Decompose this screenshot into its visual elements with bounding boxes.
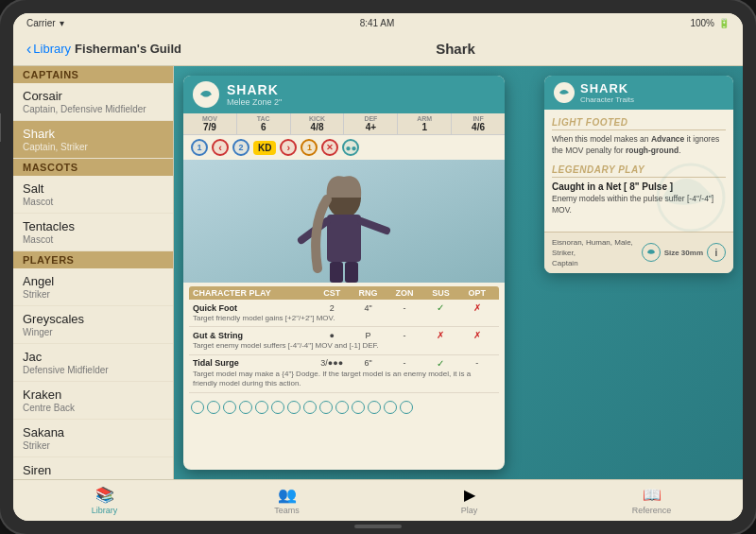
tab-library[interactable]: 📚 Library [13,484,196,517]
col-character-play: Character Play [193,288,314,298]
traits-header-subtitle: Character Traits [580,95,634,104]
hp-dot-4[interactable] [239,401,252,414]
teams-icon: 👥 [278,486,297,504]
play-zon-tidal-surge: - [387,358,422,368]
hp-dot-11[interactable] [352,401,365,414]
nav-title: Shark [181,41,730,57]
wifi-icon: ▾ [60,18,64,28]
hp-dot-1[interactable] [191,401,204,414]
jac-sub: Defensive Midfielder [23,365,163,375]
battery-label: 100% [690,18,714,28]
hp-dot-14[interactable] [400,401,413,414]
play-rng-gut-string: P [350,331,386,340]
volume-button[interactable] [0,113,1,142]
reference-icon: 📖 [643,486,662,504]
play-sus-quick-foot: ✓ [422,302,458,313]
sidebar-item-corsair[interactable]: Corsair Captain, Defensive Midfielder [13,83,173,121]
tab-play[interactable]: ▶ Play [378,484,560,517]
character-illustration [183,160,505,283]
sidebar-item-shark[interactable]: Shark Captain, Striker [13,121,173,159]
play-header: Character Play CST RNG ZON SUS OPT [189,286,499,300]
play-cost-tidal-surge: 3/●●● [314,358,350,368]
hp-dot-5[interactable] [255,401,268,414]
tab-teams[interactable]: 👥 Teams [196,484,378,517]
battery-icon: 🔋 [718,18,730,28]
play-name-tidal-surge: Tidal Surge [193,358,314,368]
sidebar-item-tentacles[interactable]: Tentacles Mascot [13,214,173,251]
salt-sub: Mascot [23,197,163,207]
shark-name: Shark [23,127,163,141]
sidebar-item-greyscales[interactable]: Greyscales Winger [13,306,173,344]
play-zon-quick-foot: - [387,303,422,313]
sidebar-item-siren[interactable]: Siren Winger [13,457,173,479]
sidebar-item-jac[interactable]: Jac Defensive Midfielder [13,344,173,382]
hp-dot-13[interactable] [384,401,397,414]
chevron-left-icon: ‹ [26,41,31,58]
hp-dot-12[interactable] [368,401,381,414]
play-row-gut-string: Gut & String ● P - ✗ ✗ Target enemy mode… [189,327,499,354]
play-rng-tidal-surge: 6" [350,358,386,368]
counter-x[interactable]: ✕ [321,139,338,156]
hp-dot-10[interactable] [335,401,349,414]
tab-teams-label: Teams [274,506,300,515]
back-library-label[interactable]: Library [33,42,71,56]
nav-bar: ‹ Library Fisherman's Guild Shark [13,32,743,66]
tab-reference-label: Reference [632,506,672,515]
counter-teal[interactable]: ●● [342,139,359,156]
hp-dot-2[interactable] [207,401,220,414]
play-row-quick-foot: Quick Foot 2 4" - ✓ ✗ Target friendly mo… [189,300,499,327]
play-opt-tidal-surge: - [459,358,495,368]
play-cost-gut-string: ● [314,331,350,340]
status-left: Carrier ▾ [26,18,64,28]
main-content: Captains Corsair Captain, Defensive Midf… [13,66,743,479]
tentacles-name: Tentacles [23,219,163,233]
sidebar-item-kraken[interactable]: Kraken Centre Back [13,382,173,420]
play-desc-tidal-surge: Target model may make a {4"} Dodge. If t… [193,370,495,389]
card-header: Shark Melee Zone 2" [183,76,505,113]
counter-right-arrow[interactable]: › [280,139,297,156]
sidebar-header-captains: Captains [13,66,173,83]
play-sus-tidal-surge: ✓ [422,358,458,369]
greyscales-sub: Winger [23,327,163,337]
watermark-icon [653,160,729,235]
play-cost-quick-foot: 2 [314,303,350,313]
card-play-section: Character Play CST RNG ZON SUS OPT Quick… [183,283,505,397]
svg-rect-6 [330,262,343,283]
col-sus: SUS [422,288,458,298]
svg-rect-3 [327,215,361,262]
trait-desc-light-footed: When this model makes an Advance it igno… [552,134,726,157]
stat-def: DEF 4+ [344,113,398,134]
tab-reference[interactable]: 📖 Reference [560,484,743,517]
trait-section-light-footed: Light Footed [552,117,726,130]
jac-name: Jac [23,350,163,364]
hp-dot-9[interactable] [319,401,333,414]
counter-1b[interactable]: 1 [301,139,318,156]
kd-badge: KD [253,141,276,155]
hp-dot-8[interactable] [303,401,317,414]
counter-left-arrow[interactable]: ‹ [212,139,229,156]
sidebar: Captains Corsair Captain, Defensive Midf… [13,66,174,479]
hp-dot-7[interactable] [287,401,301,414]
corsair-sub: Captain, Defensive Midfielder [23,104,163,114]
sidebar-item-angel[interactable]: Angel Striker [13,268,173,306]
footer-icon-svg [645,247,657,258]
hp-dot-6[interactable] [271,401,284,414]
stat-tac: TAC 6 [237,113,291,134]
stat-kick: KICK 4/8 [291,113,345,134]
card-character-name: Shark [227,82,495,97]
counter-2[interactable]: 2 [232,139,249,156]
card-image-area [183,160,505,283]
play-sus-gut-string: ✗ [422,330,458,340]
hp-dot-3[interactable] [223,401,236,414]
ipad-screen: Carrier ▾ 8:41 AM 100% 🔋 ‹ Library Fishe… [13,13,743,521]
counter-1[interactable]: 1 [191,139,208,156]
sidebar-item-sakana[interactable]: Sakana Striker [13,420,173,457]
angel-name: Angel [23,274,163,288]
siren-name: Siren [23,463,163,477]
back-button[interactable]: ‹ Library Fisherman's Guild [26,41,181,58]
play-opt-gut-string: ✗ [459,330,495,340]
library-icon: 📚 [95,486,114,504]
sakana-name: Sakana [23,425,163,439]
play-desc-gut-string: Target enemy model suffers [-4"/-4"] MOV… [193,341,495,351]
sidebar-item-salt[interactable]: Salt Mascot [13,176,173,214]
